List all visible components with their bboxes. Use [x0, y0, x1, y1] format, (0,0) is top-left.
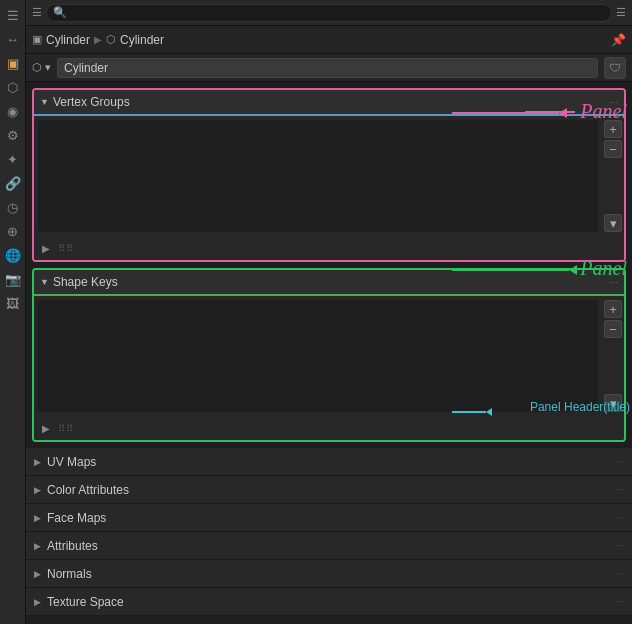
breadcrumb-arrow: ▶ — [94, 34, 102, 45]
normals-label: Normals — [47, 567, 610, 581]
color-attributes-panel[interactable]: ▶ Color Attributes ··· — [26, 476, 632, 504]
main-area: ☰ 🔍 ☰ ▣ Cylinder ▶ ⬡ Cylinder 📌 ⬡ ▾ Cyli… — [26, 0, 632, 624]
color-attributes-label: Color Attributes — [47, 483, 610, 497]
shield-button[interactable]: 🛡 — [604, 57, 626, 79]
attributes-dots: ··· — [616, 540, 624, 551]
attributes-panel[interactable]: ▶ Attributes ··· — [26, 532, 632, 560]
shape-keys-header[interactable]: ▼ Shape Keys ··· — [34, 270, 624, 294]
top-bar: ☰ 🔍 ☰ — [26, 0, 632, 26]
toolbar-icon-particles[interactable]: ✦ — [2, 148, 24, 170]
uv-maps-triangle: ▶ — [34, 457, 41, 467]
normals-dots: ··· — [616, 568, 624, 579]
breadcrumb: ▣ Cylinder ▶ ⬡ Cylinder 📌 — [26, 26, 632, 54]
texture-space-triangle: ▶ — [34, 597, 41, 607]
object-name-text: Cylinder — [64, 61, 108, 75]
vertex-groups-triangle: ▼ — [40, 97, 49, 107]
attributes-triangle: ▶ — [34, 541, 41, 551]
vertex-groups-play-icon[interactable]: ▶ — [42, 243, 50, 254]
toolbar-icon-object-data[interactable]: ◷ — [2, 196, 24, 218]
shape-keys-buttons: + − ▾ — [602, 296, 624, 416]
vertex-groups-down-button[interactable]: ▾ — [604, 214, 622, 232]
face-maps-dots: ··· — [616, 512, 624, 523]
panels-container: ▼ Vertex Groups ··· + − ▾ ▶ ⠿⠿ — [26, 82, 632, 624]
shape-keys-content: + − ▾ — [34, 296, 624, 416]
vertex-groups-panel: ▼ Vertex Groups ··· + − ▾ ▶ ⠿⠿ — [32, 88, 626, 262]
toolbar-icon-material[interactable]: ◉ — [2, 100, 24, 122]
texture-space-panel[interactable]: ▶ Texture Space ··· — [26, 588, 632, 616]
object-type-dropdown[interactable]: ⬡ ▾ — [32, 61, 51, 74]
toolbar-icon-transform[interactable]: ↔ — [2, 28, 24, 50]
search-icon: 🔍 — [53, 6, 67, 19]
shape-keys-panel: ▼ Shape Keys ··· + − ▾ ▶ ⠿⠿ — [32, 268, 626, 442]
shape-keys-play-icon[interactable]: ▶ — [42, 423, 50, 434]
texture-space-label: Texture Space — [47, 595, 610, 609]
color-attributes-triangle: ▶ — [34, 485, 41, 495]
vertex-groups-label: Vertex Groups — [53, 95, 606, 109]
shape-keys-down-button[interactable]: ▾ — [604, 394, 622, 412]
face-maps-label: Face Maps — [47, 511, 610, 525]
vertex-groups-buttons: + − ▾ — [602, 116, 624, 236]
object-header: ⬡ ▾ Cylinder 🛡 — [26, 54, 632, 82]
toolbar-icon-world[interactable]: 🌐 — [2, 244, 24, 266]
breadcrumb-text1[interactable]: Cylinder — [46, 33, 90, 47]
shape-keys-bottom: ▶ ⠿⠿ — [34, 416, 624, 440]
shape-keys-add-button[interactable]: + — [604, 300, 622, 318]
shape-keys-dots: ··· — [610, 277, 618, 288]
vertex-groups-bottom: ▶ ⠿⠿ — [34, 236, 624, 260]
toolbar-icon-scene[interactable]: ⊕ — [2, 220, 24, 242]
breadcrumb-icon1: ▣ — [32, 33, 42, 46]
breadcrumb-text2[interactable]: Cylinder — [120, 33, 164, 47]
shape-keys-label: Shape Keys — [53, 275, 606, 289]
vertex-groups-handle: ⠿⠿ — [58, 243, 74, 254]
view-menu[interactable]: ☰ — [616, 6, 626, 19]
shape-keys-triangle: ▼ — [40, 277, 49, 287]
normals-panel[interactable]: ▶ Normals ··· — [26, 560, 632, 588]
menu-icon[interactable]: ☰ — [32, 6, 42, 19]
shape-keys-remove-button[interactable]: − — [604, 320, 622, 338]
normals-triangle: ▶ — [34, 569, 41, 579]
texture-space-dots: ··· — [616, 596, 624, 607]
vertex-groups-add-button[interactable]: + — [604, 120, 622, 138]
breadcrumb-icon2: ⬡ — [106, 33, 116, 46]
toolbar-icon-menu[interactable]: ☰ — [2, 4, 24, 26]
shape-keys-list[interactable] — [38, 300, 598, 412]
search-bar[interactable]: 🔍 — [46, 4, 612, 22]
toolbar-icon-render[interactable]: 📷 — [2, 268, 24, 290]
toolbar-icon-constraints[interactable]: 🔗 — [2, 172, 24, 194]
left-toolbar: ☰ ↔ ▣ ⬡ ◉ ⚙ ✦ 🔗 ◷ ⊕ 🌐 📷 🖼 — [0, 0, 26, 624]
toolbar-icon-curve[interactable]: ⬡ — [2, 76, 24, 98]
vertex-groups-content: + − ▾ — [34, 116, 624, 236]
vertex-groups-remove-button[interactable]: − — [604, 140, 622, 158]
face-maps-panel[interactable]: ▶ Face Maps ··· — [26, 504, 632, 532]
vertex-groups-header[interactable]: ▼ Vertex Groups ··· — [34, 90, 624, 114]
uv-maps-label: UV Maps — [47, 455, 610, 469]
face-maps-triangle: ▶ — [34, 513, 41, 523]
object-type-icon: ⬡ — [32, 61, 42, 74]
uv-maps-dots: ··· — [616, 456, 624, 467]
shape-keys-handle: ⠿⠿ — [58, 423, 74, 434]
attributes-label: Attributes — [47, 539, 610, 553]
uv-maps-panel[interactable]: ▶ UV Maps ··· — [26, 448, 632, 476]
toolbar-icon-mesh[interactable]: ▣ — [2, 52, 24, 74]
toolbar-icon-output[interactable]: 🖼 — [2, 292, 24, 314]
toolbar-icon-physics[interactable]: ⚙ — [2, 124, 24, 146]
vertex-groups-dots: ··· — [610, 97, 618, 108]
color-attributes-dots: ··· — [616, 484, 624, 495]
pin-icon[interactable]: 📌 — [611, 33, 626, 47]
object-name-field[interactable]: Cylinder — [57, 58, 598, 78]
content-wrapper: ▼ Vertex Groups ··· + − ▾ ▶ ⠿⠿ — [26, 82, 632, 624]
dropdown-arrow: ▾ — [45, 61, 51, 74]
vertex-groups-list[interactable] — [38, 120, 598, 232]
